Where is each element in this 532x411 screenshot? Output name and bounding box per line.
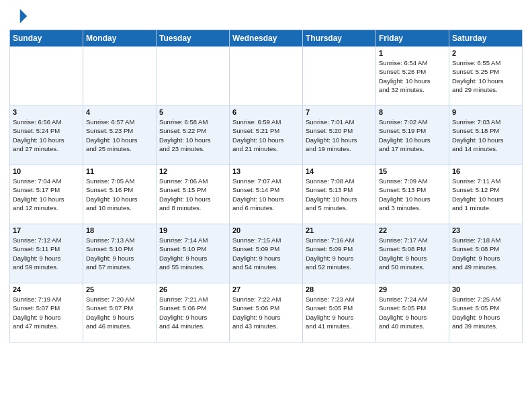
calendar-cell: 19Sunrise: 7:14 AMSunset: 5:10 PMDayligh… — [157, 224, 230, 283]
calendar-cell: 25Sunrise: 7:20 AMSunset: 5:07 PMDayligh… — [83, 283, 157, 342]
day-number: 26 — [159, 285, 226, 293]
calendar-cell: 22Sunrise: 7:17 AMSunset: 5:08 PMDayligh… — [376, 224, 449, 283]
day-info: Sunrise: 7:04 AMSunset: 5:17 PMDaylight:… — [13, 177, 80, 212]
day-number: 23 — [452, 226, 519, 234]
day-number: 5 — [159, 108, 226, 116]
day-number: 21 — [306, 226, 373, 234]
day-info: Sunrise: 7:05 AMSunset: 5:16 PMDaylight:… — [86, 177, 153, 212]
calendar-cell: 5Sunrise: 6:58 AMSunset: 5:22 PMDaylight… — [157, 106, 230, 165]
day-number: 19 — [159, 226, 226, 234]
weekday-header: Wednesday — [230, 30, 303, 47]
weekday-header: Tuesday — [157, 30, 230, 47]
day-number: 8 — [379, 108, 446, 116]
day-info: Sunrise: 6:58 AMSunset: 5:22 PMDaylight:… — [159, 118, 226, 153]
calendar-cell: 30Sunrise: 7:25 AMSunset: 5:05 PMDayligh… — [449, 283, 523, 342]
day-info: Sunrise: 6:59 AMSunset: 5:21 PMDaylight:… — [232, 118, 300, 153]
day-number: 1 — [379, 49, 446, 57]
day-info: Sunrise: 6:56 AMSunset: 5:24 PMDaylight:… — [13, 118, 80, 153]
day-info: Sunrise: 7:23 AMSunset: 5:05 PMDaylight:… — [306, 295, 373, 330]
day-info: Sunrise: 7:18 AMSunset: 5:08 PMDaylight:… — [452, 236, 519, 271]
day-info: Sunrise: 7:17 AMSunset: 5:08 PMDaylight:… — [379, 236, 446, 271]
day-info: Sunrise: 7:19 AMSunset: 5:07 PMDaylight:… — [13, 295, 80, 330]
calendar-cell: 8Sunrise: 7:02 AMSunset: 5:19 PMDaylight… — [376, 106, 449, 165]
day-info: Sunrise: 7:16 AMSunset: 5:09 PMDaylight:… — [306, 236, 373, 271]
day-number: 11 — [86, 167, 153, 175]
logo-icon — [9, 7, 28, 26]
calendar-cell: 4Sunrise: 6:57 AMSunset: 5:23 PMDaylight… — [83, 106, 157, 165]
calendar-cell: 3Sunrise: 6:56 AMSunset: 5:24 PMDaylight… — [10, 106, 83, 165]
day-info: Sunrise: 6:54 AMSunset: 5:26 PMDaylight:… — [379, 58, 446, 94]
calendar-cell — [230, 47, 303, 106]
day-info: Sunrise: 7:14 AMSunset: 5:10 PMDaylight:… — [159, 236, 226, 271]
calendar-cell — [83, 47, 157, 106]
calendar-cell: 21Sunrise: 7:16 AMSunset: 5:09 PMDayligh… — [303, 224, 376, 283]
calendar-cell: 14Sunrise: 7:08 AMSunset: 5:13 PMDayligh… — [303, 165, 376, 224]
calendar-cell: 17Sunrise: 7:12 AMSunset: 5:11 PMDayligh… — [10, 224, 83, 283]
day-info: Sunrise: 7:24 AMSunset: 5:05 PMDaylight:… — [379, 295, 446, 330]
weekday-header: Monday — [83, 30, 157, 47]
header — [9, 7, 523, 26]
day-info: Sunrise: 7:12 AMSunset: 5:11 PMDaylight:… — [13, 236, 80, 271]
day-number: 30 — [452, 285, 519, 293]
calendar-cell — [157, 47, 230, 106]
logo — [9, 7, 30, 26]
calendar-cell: 28Sunrise: 7:23 AMSunset: 5:05 PMDayligh… — [303, 283, 376, 342]
calendar-table: SundayMondayTuesdayWednesdayThursdayFrid… — [9, 30, 523, 342]
calendar-cell — [303, 47, 376, 106]
calendar-cell: 11Sunrise: 7:05 AMSunset: 5:16 PMDayligh… — [83, 165, 157, 224]
day-info: Sunrise: 6:57 AMSunset: 5:23 PMDaylight:… — [86, 118, 153, 153]
day-number: 18 — [86, 226, 153, 234]
calendar-cell: 15Sunrise: 7:09 AMSunset: 5:13 PMDayligh… — [376, 165, 449, 224]
calendar-cell: 20Sunrise: 7:15 AMSunset: 5:09 PMDayligh… — [230, 224, 303, 283]
day-number: 7 — [306, 108, 373, 116]
calendar-cell: 12Sunrise: 7:06 AMSunset: 5:15 PMDayligh… — [157, 165, 230, 224]
day-info: Sunrise: 7:08 AMSunset: 5:13 PMDaylight:… — [306, 177, 373, 212]
day-info: Sunrise: 7:13 AMSunset: 5:10 PMDaylight:… — [86, 236, 153, 271]
calendar-cell: 7Sunrise: 7:01 AMSunset: 5:20 PMDaylight… — [303, 106, 376, 165]
weekday-header: Saturday — [449, 30, 523, 47]
day-info: Sunrise: 7:03 AMSunset: 5:18 PMDaylight:… — [452, 118, 519, 153]
calendar-week-row: 3Sunrise: 6:56 AMSunset: 5:24 PMDaylight… — [10, 106, 523, 165]
day-info: Sunrise: 7:07 AMSunset: 5:14 PMDaylight:… — [232, 177, 300, 212]
calendar-cell: 26Sunrise: 7:21 AMSunset: 5:06 PMDayligh… — [157, 283, 230, 342]
day-info: Sunrise: 7:22 AMSunset: 5:06 PMDaylight:… — [232, 295, 300, 330]
calendar-cell: 18Sunrise: 7:13 AMSunset: 5:10 PMDayligh… — [83, 224, 157, 283]
day-number: 3 — [13, 108, 80, 116]
day-number: 27 — [232, 285, 300, 293]
day-number: 4 — [86, 108, 153, 116]
calendar-cell — [10, 47, 83, 106]
calendar-week-row: 17Sunrise: 7:12 AMSunset: 5:11 PMDayligh… — [10, 224, 523, 283]
day-number: 25 — [86, 285, 153, 293]
calendar-cell: 2Sunrise: 6:55 AMSunset: 5:25 PMDaylight… — [449, 47, 523, 106]
page: SundayMondayTuesdayWednesdayThursdayFrid… — [0, 0, 532, 411]
day-number: 14 — [306, 167, 373, 175]
calendar-cell: 29Sunrise: 7:24 AMSunset: 5:05 PMDayligh… — [376, 283, 449, 342]
calendar-week-row: 10Sunrise: 7:04 AMSunset: 5:17 PMDayligh… — [10, 165, 523, 224]
calendar-cell: 24Sunrise: 7:19 AMSunset: 5:07 PMDayligh… — [10, 283, 83, 342]
day-number: 9 — [452, 108, 519, 116]
day-info: Sunrise: 7:02 AMSunset: 5:19 PMDaylight:… — [379, 118, 446, 153]
day-number: 10 — [13, 167, 80, 175]
day-info: Sunrise: 7:25 AMSunset: 5:05 PMDaylight:… — [452, 295, 519, 330]
calendar-cell: 13Sunrise: 7:07 AMSunset: 5:14 PMDayligh… — [230, 165, 303, 224]
day-info: Sunrise: 7:11 AMSunset: 5:12 PMDaylight:… — [452, 177, 519, 212]
weekday-header: Thursday — [303, 30, 376, 47]
day-number: 29 — [379, 285, 446, 293]
calendar-cell: 6Sunrise: 6:59 AMSunset: 5:21 PMDaylight… — [230, 106, 303, 165]
day-number: 2 — [452, 49, 519, 57]
weekday-header: Friday — [376, 30, 449, 47]
day-number: 20 — [232, 226, 300, 234]
day-number: 15 — [379, 167, 446, 175]
day-info: Sunrise: 6:55 AMSunset: 5:25 PMDaylight:… — [452, 58, 519, 94]
day-number: 24 — [13, 285, 80, 293]
day-info: Sunrise: 7:06 AMSunset: 5:15 PMDaylight:… — [159, 177, 226, 212]
day-number: 16 — [452, 167, 519, 175]
day-info: Sunrise: 7:20 AMSunset: 5:07 PMDaylight:… — [86, 295, 153, 330]
day-number: 22 — [379, 226, 446, 234]
calendar-week-row: 24Sunrise: 7:19 AMSunset: 5:07 PMDayligh… — [10, 283, 523, 342]
weekday-header: Sunday — [10, 30, 83, 47]
day-number: 17 — [13, 226, 80, 234]
day-info: Sunrise: 7:09 AMSunset: 5:13 PMDaylight:… — [379, 177, 446, 212]
day-number: 12 — [159, 167, 226, 175]
calendar-cell: 23Sunrise: 7:18 AMSunset: 5:08 PMDayligh… — [449, 224, 523, 283]
